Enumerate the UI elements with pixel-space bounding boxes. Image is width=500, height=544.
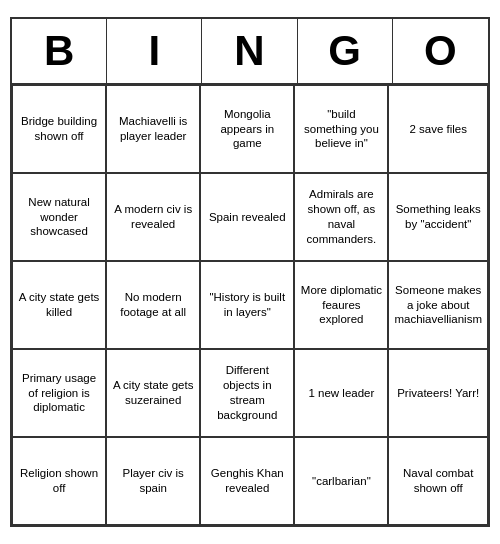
bingo-letter: G (298, 19, 393, 83)
bingo-cell: Mongolia appears in game (200, 85, 294, 173)
bingo-cell: Different objects in stream background (200, 349, 294, 437)
bingo-letter: O (393, 19, 488, 83)
bingo-cell: Player civ is spain (106, 437, 200, 525)
bingo-cell: Spain revealed (200, 173, 294, 261)
bingo-cell: Machiavelli is player leader (106, 85, 200, 173)
bingo-cell: 1 new leader (294, 349, 388, 437)
bingo-cell: "build something you believe in" (294, 85, 388, 173)
bingo-grid: Bridge building shown offMachiavelli is … (12, 85, 488, 525)
bingo-letter: I (107, 19, 202, 83)
bingo-cell: More diplomatic feaures explored (294, 261, 388, 349)
bingo-cell: A city state gets killed (12, 261, 106, 349)
bingo-cell: A modern civ is revealed (106, 173, 200, 261)
bingo-header: BINGO (12, 19, 488, 85)
bingo-cell: Primary usage of religion is diplomatic (12, 349, 106, 437)
bingo-cell: "History is built in layers" (200, 261, 294, 349)
bingo-card: BINGO Bridge building shown offMachiavel… (10, 17, 490, 527)
bingo-cell: Admirals are shown off, as naval command… (294, 173, 388, 261)
bingo-cell: Something leaks by "accident" (388, 173, 488, 261)
bingo-cell: 2 save files (388, 85, 488, 173)
bingo-cell: Genghis Khan revealed (200, 437, 294, 525)
bingo-cell: Religion shown off (12, 437, 106, 525)
bingo-cell: Privateers! Yarr! (388, 349, 488, 437)
bingo-cell: "carlbarian" (294, 437, 388, 525)
bingo-cell: New natural wonder showcased (12, 173, 106, 261)
bingo-cell: A city state gets suzerained (106, 349, 200, 437)
bingo-cell: Someone makes a joke about machiavellian… (388, 261, 488, 349)
bingo-letter: N (202, 19, 297, 83)
bingo-cell: Bridge building shown off (12, 85, 106, 173)
bingo-letter: B (12, 19, 107, 83)
bingo-cell: Naval combat shown off (388, 437, 488, 525)
bingo-cell: No modern footage at all (106, 261, 200, 349)
